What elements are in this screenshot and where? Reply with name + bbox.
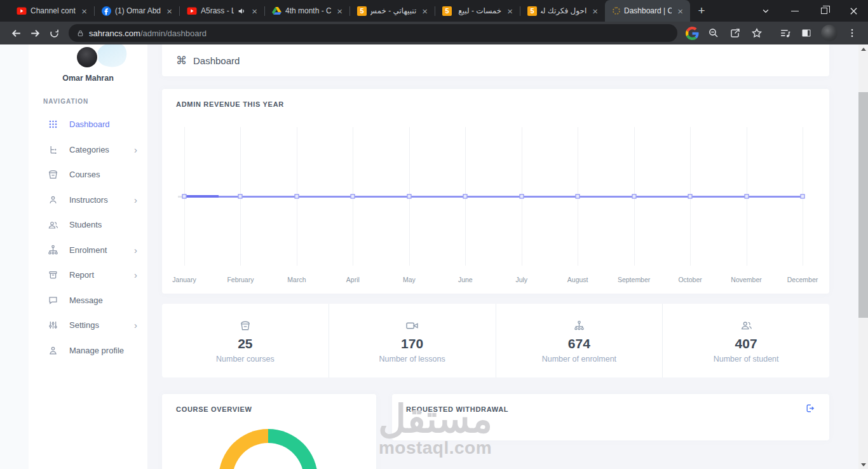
x-axis-tick-label: March — [287, 276, 306, 283]
side-panel-icon[interactable] — [797, 24, 816, 43]
browser-tab[interactable]: 5تنبيهاتي - خمس× — [349, 0, 435, 22]
chart-line — [184, 196, 803, 198]
khamsat-icon: 5 — [442, 6, 452, 16]
tab-strip: Channel conte×(1) Omar Abd×A5rass - L×4t… — [0, 0, 868, 22]
browser-toolbar: sahrancs.com/admin/dashboard — [0, 22, 868, 44]
sidebar-item-enrolment[interactable]: Enrolment› — [29, 238, 147, 263]
x-axis-tick-label: November — [731, 276, 761, 283]
zoom-out-icon[interactable] — [704, 24, 723, 43]
browser-tab[interactable]: 5احول فكرتك لب× — [520, 0, 605, 22]
url-path: /admin/dashboard — [140, 29, 207, 38]
scrollbar-thumb[interactable] — [858, 92, 868, 318]
browser-tab[interactable]: Dashboard | C× — [605, 0, 690, 22]
sidebar-item-manage-profile[interactable]: Manage profile — [29, 338, 147, 364]
video-icon — [405, 318, 419, 333]
sidebar-item-instructors[interactable]: Instructors› — [29, 187, 147, 213]
kebab-menu-icon[interactable] — [843, 24, 862, 43]
chart-data-point — [294, 194, 299, 198]
x-axis-tick-label: December — [787, 276, 818, 283]
chart-data-point — [351, 194, 355, 198]
tab-title: A5rass - L — [201, 6, 234, 15]
basket-icon — [48, 169, 58, 180]
toolbar-right — [682, 24, 862, 43]
export-icon[interactable] — [804, 403, 815, 416]
sidebar-item-settings[interactable]: Settings› — [29, 313, 147, 338]
sidebar-item-categories[interactable]: Categories› — [29, 137, 147, 163]
orgchart-icon — [574, 318, 585, 333]
stat-value: 170 — [401, 336, 423, 351]
user-avatar — [76, 46, 98, 69]
minimize-button[interactable] — [780, 0, 810, 22]
chart-data-point — [238, 194, 243, 198]
page-title: Dashboard — [193, 55, 240, 66]
x-axis-tick-label: April — [346, 276, 360, 283]
students-icon — [740, 318, 752, 333]
chart-data-point — [576, 194, 580, 198]
tab-title: Dashboard | C — [624, 6, 672, 15]
stat-value: 407 — [735, 336, 757, 351]
x-axis-tick-label: June — [458, 276, 473, 283]
media-controls-icon[interactable] — [775, 24, 794, 43]
page-left-margin — [0, 44, 29, 469]
google-account-icon[interactable] — [682, 24, 702, 43]
sidebar-item-label: Report — [69, 270, 94, 280]
scrollbar-up-arrow[interactable] — [858, 44, 868, 53]
category-icon — [48, 145, 58, 154]
sidebar-item-message[interactable]: Message — [29, 288, 147, 313]
tab-close-icon[interactable]: × — [420, 6, 430, 17]
tab-close-icon[interactable]: × — [250, 6, 259, 17]
chart-data-point — [632, 194, 636, 198]
url-bar[interactable]: sahrancs.com/admin/dashboard — [69, 24, 677, 42]
reload-icon[interactable] — [44, 24, 64, 43]
bookmark-star-icon[interactable] — [747, 24, 766, 43]
forward-icon[interactable] — [25, 24, 44, 43]
close-window-button[interactable] — [839, 0, 868, 22]
tab-close-icon[interactable]: × — [590, 6, 600, 17]
tab-search-caret-icon[interactable] — [751, 0, 780, 22]
sidebar-item-dashboard[interactable]: Dashboard — [29, 112, 147, 137]
profile-avatar[interactable] — [821, 25, 837, 41]
scrollbar-down-arrow[interactable] — [858, 460, 868, 469]
sidebar-item-label: Settings — [69, 320, 99, 330]
tab-close-icon[interactable]: × — [675, 6, 685, 17]
page-scrollbar[interactable] — [858, 44, 868, 469]
stat-label: Number courses — [216, 355, 275, 364]
sidebar-item-label: Categories — [69, 145, 109, 154]
new-tab-button[interactable]: + — [693, 2, 710, 20]
user-name: Omar Mahran — [29, 74, 147, 83]
sidebar-item-courses[interactable]: Courses — [29, 162, 147, 187]
sidebar-item-label: Message — [69, 296, 103, 305]
drive-icon — [272, 6, 281, 15]
facebook-icon — [102, 6, 111, 16]
tab-close-icon[interactable]: × — [335, 6, 344, 17]
stat-card-number-of-lessons: 170Number of lessons — [329, 304, 496, 377]
share-icon[interactable] — [726, 24, 745, 43]
sidebar-nav: DashboardCategories›CoursesInstructors›S… — [29, 112, 147, 363]
back-icon[interactable] — [6, 24, 25, 43]
browser-tab[interactable]: Channel conte× — [9, 0, 94, 22]
tab-close-icon[interactable]: × — [505, 6, 515, 17]
page-title-bar: ⌘ Dashboard — [162, 44, 829, 76]
browser-tab[interactable]: 4th month - C× — [264, 0, 349, 22]
watermark-url: mostaql.com — [376, 438, 494, 458]
sidebar-item-students[interactable]: Students — [29, 212, 147, 238]
chart-line-start-segment — [184, 195, 219, 198]
sidebar-item-label: Dashboard — [69, 119, 110, 129]
tab-close-icon[interactable]: × — [165, 6, 174, 17]
browser-tab[interactable]: A5rass - L× — [179, 0, 264, 22]
restore-button[interactable] — [810, 0, 839, 22]
tab-title: Channel conte — [31, 6, 76, 15]
url-domain: sahrancs.com — [89, 29, 140, 38]
speaker-icon — [238, 7, 246, 15]
x-axis-tick-label: October — [678, 276, 702, 283]
sidebar-item-report[interactable]: Report› — [29, 262, 147, 288]
tab-title: تنبيهاتي - خمس — [370, 6, 416, 15]
browser-tab[interactable]: (1) Omar Abd× — [94, 0, 179, 22]
chevron-right-icon: › — [134, 270, 137, 280]
chart-data-point — [182, 194, 187, 198]
revenue-card: ADMIN REVENUE THIS YEAR JanuaryFebruaryM… — [162, 89, 829, 294]
tab-close-icon[interactable]: × — [79, 6, 89, 17]
browser-tab[interactable]: 5خمسات - لبيع× — [435, 0, 520, 22]
tab-title: احول فكرتك لب — [541, 6, 587, 15]
chart-data-point — [744, 194, 749, 198]
